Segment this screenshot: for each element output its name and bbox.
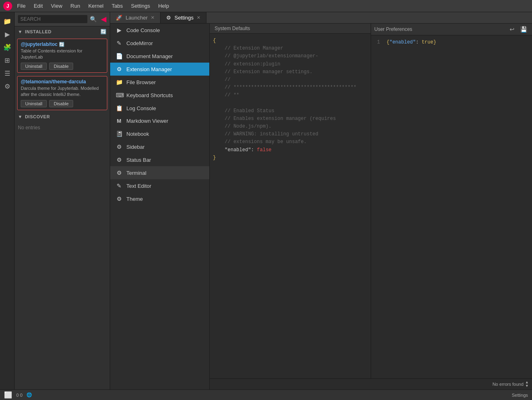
nav-terminal[interactable]: ⚙ Terminal [110, 166, 209, 179]
nav-extension-manager[interactable]: ⚙ Extension Manager [110, 63, 209, 76]
extension-panel: 🔍 ◀ ▼ INSTALLED 🔄 @jupyterlab/toc 🔄 Tabl… [15, 12, 110, 389]
code-with-lines: 1 {"enabled": true} [371, 35, 532, 378]
user-preferences-panel: User Preferences ↩ 💾 1 [371, 24, 532, 378]
uninstall-btn-toc[interactable]: Uninstall [21, 63, 47, 70]
scroll-down-btn[interactable]: ▼ [525, 384, 529, 388]
icon-sidebar: 📁 ▶ 🧩 ⊞ ☰ ⚙ [0, 12, 15, 389]
status-left: ⬜ 0 0 🌐 [4, 391, 32, 399]
codemirror-icon: ✎ [116, 40, 122, 46]
sidebar-btn-settings2[interactable]: ⚙ [2, 80, 13, 92]
status-indicator: ⬜ [4, 391, 12, 399]
content-area: 🚀 Launcher ✕ ⚙ Settings ✕ ▶ Code Console [110, 12, 532, 389]
system-defaults-header: System Defaults [210, 24, 371, 34]
nav-codemirror[interactable]: ✎ CodeMirror [110, 37, 209, 50]
system-defaults-code: { // Extension Manager // @jupyterlab/ex… [210, 34, 371, 378]
refresh-icon[interactable]: 🔄 [100, 29, 107, 35]
sidebar-icon: ⚙ [116, 143, 122, 150]
panels-container: System Defaults { // Extension Manager /… [210, 24, 532, 378]
nav-status-bar[interactable]: ⚙ Status Bar [110, 153, 209, 166]
ext-name-darcula: @telamonian/theme-darcula [21, 79, 104, 85]
launcher-icon: 🚀 [116, 15, 122, 21]
nav-code-console[interactable]: ▶ Code Console [110, 24, 209, 37]
extension-search-bar: 🔍 ◀ [15, 12, 110, 26]
nav-log-console[interactable]: 📋 Log Console [110, 102, 209, 115]
menu-bar: J File Edit View Run Kernel Tabs Setting… [0, 0, 532, 12]
ext-btn-row-toc: Uninstall Disable [21, 63, 104, 70]
notebook-icon: 📓 [116, 130, 122, 137]
text-editor-icon: ✎ [116, 183, 122, 189]
nav-markdown-viewer[interactable]: M Markdown Viewer [110, 115, 209, 127]
sidebar-btn-tabs[interactable]: ☰ [2, 67, 13, 79]
collapse-icon-discover[interactable]: ▼ [18, 114, 22, 119]
menu-tabs[interactable]: Tabs [109, 2, 126, 10]
ext-btn-row-darcula: Uninstall Disable [21, 100, 104, 107]
menu-edit[interactable]: Edit [30, 2, 46, 10]
ext-item-darcula: @telamonian/theme-darcula Darcula theme … [17, 76, 107, 110]
disable-btn-darcula[interactable]: Disable [49, 100, 73, 107]
line-numbers: 1 [371, 35, 383, 378]
menu-run[interactable]: Run [67, 2, 83, 10]
code-console-icon: ▶ [116, 27, 122, 33]
main-layout: 📁 ▶ 🧩 ⊞ ☰ ⚙ 🔍 ◀ ▼ INSTALLED 🔄 @jupyterla… [0, 12, 532, 389]
settings-icon: ⚙ [166, 15, 171, 21]
menu-help[interactable]: Help [155, 2, 172, 10]
tab-launcher[interactable]: 🚀 Launcher ✕ [110, 12, 161, 23]
ext-name-toc: @jupyterlab/toc 🔄 [21, 41, 104, 47]
undo-btn[interactable]: ↩ [508, 25, 516, 33]
nav-file-browser[interactable]: 📁 File Browser [110, 76, 209, 89]
menu-view[interactable]: View [48, 2, 65, 10]
no-errors-bar: No errors found ▲ ▼ [210, 378, 532, 389]
user-prefs-code[interactable]: {"enabled": true} [383, 35, 532, 378]
status-zeros: 0 0 [16, 393, 22, 398]
status-globe: 🌐 [26, 392, 32, 398]
nav-theme[interactable]: ⚙ Theme [110, 192, 209, 205]
sidebar-btn-commands[interactable]: ⊞ [2, 54, 13, 66]
tab-settings[interactable]: ⚙ Settings ✕ [161, 12, 206, 23]
tab-close-settings[interactable]: ✕ [197, 15, 200, 20]
discover-section-header: ▼ DISCOVER [15, 112, 110, 122]
tab-close-launcher[interactable]: ✕ [151, 15, 154, 20]
document-manager-icon: 📄 [116, 53, 122, 59]
search-icon[interactable]: 🔍 [90, 16, 97, 22]
tab-bar: 🚀 Launcher ✕ ⚙ Settings ✕ [110, 12, 532, 24]
no-entries-label: No entries [18, 123, 106, 132]
collapse-icon[interactable]: ▼ [18, 29, 22, 34]
theme-icon: ⚙ [116, 196, 122, 202]
scroll-buttons: ▲ ▼ [525, 380, 529, 388]
menu-file[interactable]: File [14, 2, 29, 10]
status-right: Settings [512, 393, 528, 398]
arrow-indicator: ◀ [101, 15, 106, 24]
installed-section-header: ▼ INSTALLED 🔄 [15, 26, 110, 37]
save-btn[interactable]: 💾 [519, 25, 529, 33]
status-bar: ⬜ 0 0 🌐 Settings [0, 389, 532, 400]
ext-desc-darcula: Darcula theme for Jupyterlab. Modelled a… [21, 85, 104, 98]
ext-item-toc: @jupyterlab/toc 🔄 Table of Contents exte… [17, 39, 107, 73]
sidebar-btn-run[interactable]: ▶ [2, 28, 13, 40]
disable-btn-toc[interactable]: Disable [49, 63, 73, 70]
search-input[interactable] [18, 15, 87, 23]
status-bar-icon: ⚙ [116, 157, 122, 163]
discover-section: No entries [15, 122, 110, 134]
file-browser-icon: 📁 [116, 79, 122, 85]
settings-area: ▶ Code Console ✎ CodeMirror 📄 Document M… [110, 24, 532, 389]
app-logo: J [3, 2, 12, 11]
sidebar-btn-extension[interactable]: 🧩 [2, 41, 13, 53]
system-defaults-panel: System Defaults { // Extension Manager /… [210, 24, 371, 378]
nav-document-manager[interactable]: 📄 Document Manager [110, 50, 209, 63]
sidebar-btn-folder[interactable]: 📁 [2, 15, 13, 27]
nav-keyboard-shortcuts[interactable]: ⌨ Keyboard Shortcuts [110, 89, 209, 102]
markdown-viewer-icon: M [116, 118, 122, 124]
terminal-icon: ⚙ [116, 170, 122, 176]
menu-settings[interactable]: Settings [128, 2, 153, 10]
sync-icon-toc: 🔄 [59, 42, 65, 47]
user-preferences-header: User Preferences [374, 26, 412, 32]
menu-kernel[interactable]: Kernel [85, 2, 107, 10]
keyboard-shortcuts-icon: ⌨ [116, 92, 122, 98]
extension-manager-icon: ⚙ [116, 66, 122, 72]
nav-sidebar[interactable]: ⚙ Sidebar [110, 140, 209, 153]
settings-nav: ▶ Code Console ✎ CodeMirror 📄 Document M… [110, 24, 210, 389]
nav-notebook[interactable]: 📓 Notebook [110, 127, 209, 140]
log-console-icon: 📋 [116, 105, 122, 111]
nav-text-editor[interactable]: ✎ Text Editor [110, 179, 209, 192]
uninstall-btn-darcula[interactable]: Uninstall [21, 100, 47, 107]
